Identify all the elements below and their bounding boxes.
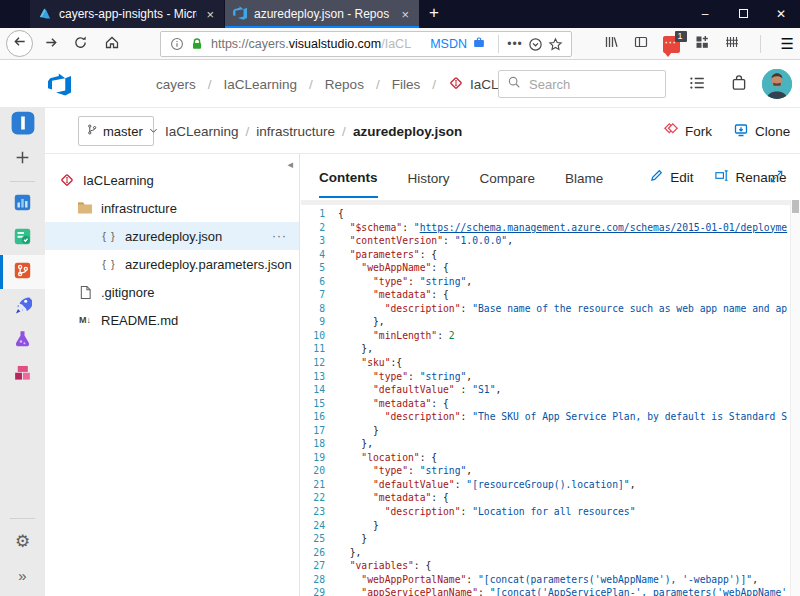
- path-segment[interactable]: infrastructure: [256, 124, 335, 139]
- branch-selector[interactable]: master: [78, 116, 154, 146]
- sidebar-item-pipelines[interactable]: [0, 289, 45, 323]
- https-lock-icon[interactable]: [187, 37, 207, 51]
- code-line: 7 "metadata": {: [301, 288, 790, 302]
- sidebar-item-artifacts[interactable]: [0, 357, 45, 391]
- tree-item[interactable]: M↓README.md: [45, 306, 299, 334]
- back-button[interactable]: [6, 30, 33, 57]
- line-number: 8: [301, 302, 325, 316]
- browser-tabstrip: cayers-app-insights - Microsoft×azuredep…: [30, 0, 419, 28]
- sidebar-item-project[interactable]: [0, 108, 45, 142]
- tree-item[interactable]: { }azuredeploy.parameters.json: [45, 250, 299, 278]
- sidebar-item-add[interactable]: [0, 142, 45, 176]
- fork-button[interactable]: Fork: [663, 108, 712, 154]
- navbar-separator: [760, 35, 761, 53]
- breadcrumb-item[interactable]: IaCLearning: [220, 77, 302, 92]
- titlebar-spacer: [449, 0, 686, 28]
- extension-squares-icon[interactable]: [694, 34, 710, 54]
- extension-badge: 1: [675, 31, 687, 42]
- url-bar[interactable]: https://cayers.visualstudio.com/IaCL MSD…: [160, 31, 572, 57]
- tree-item[interactable]: infrastructure: [45, 194, 299, 222]
- double-chevron-icon: »: [18, 567, 26, 584]
- tree-item[interactable]: { }azuredeploy.json···: [45, 222, 299, 250]
- work-items-list-icon[interactable]: [688, 74, 706, 96]
- json-icon: { }: [101, 230, 117, 242]
- line-number: 10: [301, 329, 325, 343]
- line-number: 3: [301, 234, 325, 248]
- tree-item-label: azuredeploy.json: [125, 229, 222, 244]
- minimize-button[interactable]: –: [686, 0, 724, 28]
- line-number: 11: [301, 342, 325, 356]
- search-box[interactable]: [498, 70, 666, 98]
- horizontal-scrollbar[interactable]: [301, 200, 790, 205]
- item-menu-button[interactable]: ···: [272, 229, 287, 243]
- marketplace-bag-icon[interactable]: [730, 74, 748, 96]
- sidebar-item-repos[interactable]: [0, 255, 45, 289]
- code-line: 17 }: [301, 424, 790, 438]
- browser-tab[interactable]: azuredeploy.json - Repos×: [225, 0, 419, 28]
- chevron-down-icon: [148, 124, 159, 139]
- vertical-scrollbar[interactable]: [790, 200, 800, 596]
- reload-button[interactable]: [68, 32, 92, 56]
- page-info-icon[interactable]: [167, 37, 187, 51]
- path-segment[interactable]: IaCLearning: [165, 124, 239, 139]
- tab-close-icon[interactable]: ×: [204, 7, 216, 22]
- pocket-icon[interactable]: [525, 37, 545, 52]
- browser-navbar: https://cayers.visualstudio.com/IaCL MSD…: [0, 28, 800, 60]
- code-line: 6 "type": "string",: [301, 275, 790, 289]
- library-icon[interactable]: [603, 34, 619, 54]
- azure-devops-logo[interactable]: [48, 73, 71, 100]
- edit-button[interactable]: Edit: [649, 168, 693, 186]
- tab-title: azuredeploy.json - Repos: [254, 7, 392, 21]
- page-actions-button[interactable]: •••: [505, 37, 525, 51]
- extension-fence-icon[interactable]: [724, 34, 740, 54]
- clone-button[interactable]: Clone: [733, 108, 790, 154]
- home-button[interactable]: [100, 32, 124, 56]
- sidebar-toggle-icon[interactable]: [633, 34, 649, 54]
- line-number: 15: [301, 397, 325, 411]
- sidebar-item-test-plans[interactable]: [0, 323, 45, 357]
- fullscreen-expand-icon[interactable]: [769, 169, 784, 188]
- search-input[interactable]: [529, 77, 639, 92]
- code-line: 22 "metadata": {: [301, 491, 790, 505]
- tab-blame[interactable]: Blame: [565, 158, 603, 197]
- code-editor[interactable]: 1{2 "$schema": "https://schema.managemen…: [301, 200, 800, 596]
- forward-button[interactable]: [39, 32, 63, 56]
- repo-content-pane: master IaCLearning/infrastructure/azured…: [45, 108, 800, 596]
- maximize-button[interactable]: [724, 0, 762, 28]
- tab-close-icon[interactable]: ×: [399, 7, 411, 22]
- user-avatar[interactable]: [762, 69, 792, 99]
- code-line: 14 "defaultValue" : "S1",: [301, 383, 790, 397]
- menu-icon[interactable]: ☰: [781, 35, 794, 53]
- breadcrumb-item[interactable]: cayers: [152, 77, 200, 92]
- code-line: 12 "sku":{: [301, 356, 790, 370]
- tab-contents[interactable]: Contents: [319, 157, 378, 198]
- code-line: 25 }: [301, 532, 790, 546]
- tree-item[interactable]: .gitignore: [45, 278, 299, 306]
- bookmark-star-icon[interactable]: [545, 37, 565, 52]
- breadcrumb-item[interactable]: Files: [388, 77, 425, 92]
- code-line: 11 },: [301, 342, 790, 356]
- code-line: 13 "type": "string",: [301, 370, 790, 384]
- scrollbar-thumb[interactable]: [792, 200, 799, 213]
- extension-red-button[interactable]: ···1: [663, 36, 680, 53]
- file-tree: ◂ IaCLearninginfrastructure{ }azuredeplo…: [45, 154, 300, 596]
- sidebar-collapse-button[interactable]: »: [0, 558, 45, 592]
- browser-titlebar: cayers-app-insights - Microsoft×azuredep…: [0, 0, 800, 28]
- new-tab-button[interactable]: +: [419, 0, 449, 28]
- tree-item-label: README.md: [101, 313, 178, 328]
- firefox-window: cayers-app-insights - Microsoft×azuredep…: [0, 0, 800, 596]
- sidebar-item-overview[interactable]: [0, 187, 45, 221]
- line-number: 26: [301, 546, 325, 560]
- tree-item[interactable]: IaCLearning: [45, 166, 299, 194]
- sidebar-item-settings[interactable]: ⚙: [0, 524, 45, 558]
- tab-history[interactable]: History: [408, 158, 450, 197]
- close-button[interactable]: ✕: [762, 0, 800, 28]
- sidebar-item-boards[interactable]: [0, 221, 45, 255]
- line-number: 7: [301, 288, 325, 302]
- tree-item-label: infrastructure: [101, 201, 177, 216]
- browser-tab[interactable]: cayers-app-insights - Microsoft×: [30, 0, 224, 28]
- breadcrumb-item[interactable]: Repos: [321, 77, 368, 92]
- tab-compare[interactable]: Compare: [480, 158, 536, 197]
- code-line: 8 "description": "Base name of the resou…: [301, 302, 790, 316]
- line-number: 23: [301, 505, 325, 519]
